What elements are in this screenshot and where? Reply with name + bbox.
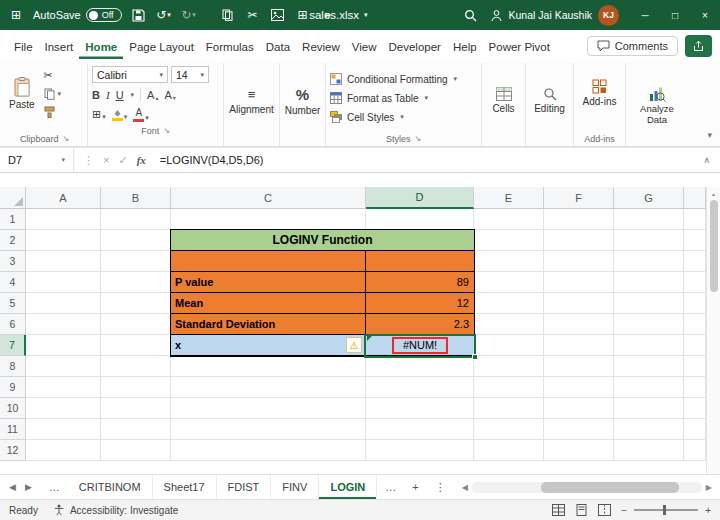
- cell-A3[interactable]: [26, 251, 101, 272]
- name-box[interactable]: D7 ▾: [0, 148, 74, 172]
- cell-B9[interactable]: [101, 377, 171, 398]
- tab-formulas[interactable]: Formulas: [200, 33, 260, 59]
- dialog-launcher-icon[interactable]: ↘: [163, 126, 170, 135]
- sheet-nav-left-icon[interactable]: ◀: [9, 482, 16, 492]
- cell-C12[interactable]: [171, 440, 366, 461]
- cells-button[interactable]: Cells ▾: [486, 65, 521, 146]
- format-painter-button[interactable]: [42, 104, 64, 119]
- tab-home[interactable]: Home: [79, 33, 123, 59]
- close-button[interactable]: ×: [690, 0, 720, 30]
- cell-D3[interactable]: [366, 251, 474, 271]
- enter-check-icon[interactable]: ✓: [118, 154, 127, 167]
- cell-F3[interactable]: [544, 251, 614, 272]
- cell-G10[interactable]: [614, 398, 684, 419]
- tab-power-pivot[interactable]: Power Pivot: [483, 33, 556, 59]
- undo-button[interactable]: ↺▾: [156, 8, 172, 22]
- cell-G2[interactable]: [614, 230, 684, 251]
- borders-qat-button[interactable]: ⊞: [295, 8, 311, 22]
- cell-B2[interactable]: [101, 230, 171, 251]
- tab-splitter-icon[interactable]: ⋮: [427, 475, 454, 499]
- insert-function-button[interactable]: fx: [137, 154, 146, 166]
- sheet-tab-critbinom[interactable]: CRITBINOM: [68, 475, 153, 499]
- accessibility-status[interactable]: Accessibility: Investigate: [53, 504, 178, 516]
- borders-button[interactable]: ⊞▾: [92, 108, 106, 121]
- cell-A6[interactable]: [26, 314, 101, 335]
- cell-G4[interactable]: [614, 272, 684, 293]
- cancel-icon[interactable]: ×: [103, 154, 109, 166]
- hscroll-thumb[interactable]: [541, 482, 679, 493]
- app-menu-icon[interactable]: ⊞: [8, 8, 24, 22]
- column-header-G[interactable]: G: [614, 187, 684, 209]
- cell-fill-10[interactable]: [684, 398, 706, 419]
- cell-B5[interactable]: [101, 293, 171, 314]
- cell-C11[interactable]: [171, 419, 366, 440]
- row-header-3[interactable]: 3: [0, 251, 26, 272]
- cell-B11[interactable]: [101, 419, 171, 440]
- select-all-corner[interactable]: [0, 187, 26, 209]
- cell-F4[interactable]: [544, 272, 614, 293]
- row-header-8[interactable]: 8: [0, 356, 26, 377]
- fill-color-button[interactable]: ▾: [112, 109, 128, 121]
- cell-fill-4[interactable]: [684, 272, 706, 293]
- cell-fill-9[interactable]: [684, 377, 706, 398]
- cell-E3[interactable]: [474, 251, 544, 272]
- editing-button[interactable]: Editing ▾: [530, 65, 569, 146]
- normal-view-button[interactable]: [552, 504, 565, 516]
- cell-B1[interactable]: [101, 209, 171, 230]
- zoom-slider[interactable]: [634, 509, 698, 511]
- cell-A5[interactable]: [26, 293, 101, 314]
- save-button[interactable]: [131, 9, 147, 22]
- sheet-tab-login-active[interactable]: LOGIN: [319, 475, 377, 499]
- scroll-up-icon[interactable]: ▴: [712, 190, 715, 197]
- cell-C5-mean-label[interactable]: Mean: [171, 293, 366, 313]
- cell-B8[interactable]: [101, 356, 171, 377]
- cell-D1[interactable]: [366, 209, 474, 230]
- sheet-nav-right-icon[interactable]: ▶: [25, 482, 32, 492]
- cell-A10[interactable]: [26, 398, 101, 419]
- cell-B7[interactable]: [101, 335, 171, 356]
- cell-F7[interactable]: [544, 335, 614, 356]
- cell-F12[interactable]: [544, 440, 614, 461]
- horizontal-scrollbar[interactable]: ◀ ▶: [454, 475, 720, 499]
- cell-F5[interactable]: [544, 293, 614, 314]
- cell-E10[interactable]: [474, 398, 544, 419]
- insert-picture-button[interactable]: [270, 9, 286, 21]
- formula-input[interactable]: =LOGINV(D4,D5,D6): [155, 154, 264, 166]
- cell-F10[interactable]: [544, 398, 614, 419]
- cell-B3[interactable]: [101, 251, 171, 272]
- cell-D8[interactable]: [366, 356, 474, 377]
- cell-G3[interactable]: [614, 251, 684, 272]
- cell-D7-active[interactable]: #NUM!: [366, 335, 474, 355]
- cell-fill-2[interactable]: [684, 230, 706, 251]
- font-color-button[interactable]: A ▾: [133, 108, 149, 122]
- cell-B4[interactable]: [101, 272, 171, 293]
- cell-D4-p-value[interactable]: 89: [366, 272, 474, 292]
- cell-C10[interactable]: [171, 398, 366, 419]
- minimize-button[interactable]: ─: [630, 0, 660, 30]
- cell-G6[interactable]: [614, 314, 684, 335]
- tab-page-layout[interactable]: Page Layout: [123, 33, 200, 59]
- cell-G8[interactable]: [614, 356, 684, 377]
- cell-E7[interactable]: [474, 335, 544, 356]
- increase-font-size-button[interactable]: A▴: [147, 89, 158, 101]
- cell-G7[interactable]: [614, 335, 684, 356]
- cell-styles-button[interactable]: Cell Styles ▾: [330, 109, 477, 126]
- cell-C2-title[interactable]: LOGINV Function: [171, 230, 474, 250]
- cell-D9[interactable]: [366, 377, 474, 398]
- comments-button[interactable]: Comments: [587, 36, 678, 56]
- column-header-C[interactable]: C: [171, 187, 366, 209]
- cell-E12[interactable]: [474, 440, 544, 461]
- cut-button[interactable]: ✂: [42, 68, 64, 83]
- tab-data[interactable]: Data: [260, 33, 296, 59]
- cell-F8[interactable]: [544, 356, 614, 377]
- underline-button[interactable]: U: [116, 89, 124, 101]
- cell-C3[interactable]: [171, 251, 366, 271]
- sheet-overflow-right-button[interactable]: …: [377, 475, 404, 499]
- hscroll-left-icon[interactable]: ◀: [462, 483, 468, 492]
- cell-F6[interactable]: [544, 314, 614, 335]
- cell-E5[interactable]: [474, 293, 544, 314]
- copy-button[interactable]: [220, 9, 236, 21]
- cell-G12[interactable]: [614, 440, 684, 461]
- cell-G5[interactable]: [614, 293, 684, 314]
- alignment-button[interactable]: ≡ Alignment ▾: [228, 65, 275, 146]
